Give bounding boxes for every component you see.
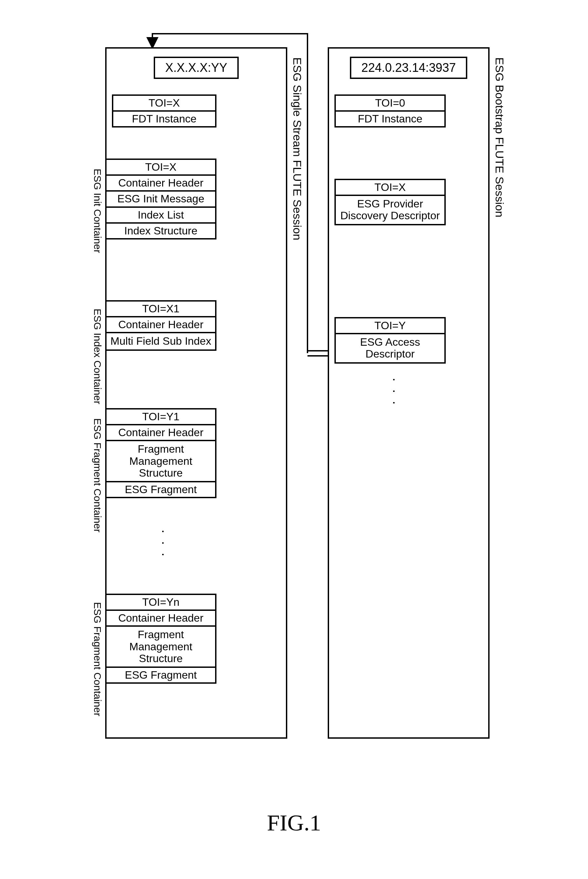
frag1-toi: TOI=Y1	[106, 409, 215, 425]
init-r2: ESG Init Message	[106, 192, 215, 207]
right-fdt-toi: TOI=0	[336, 96, 444, 112]
right-pd-toi: TOI=X	[336, 180, 444, 196]
right-fdt-block: TOI=0 FDT Instance	[334, 95, 446, 128]
left-fdt-toi: TOI=X	[113, 96, 215, 112]
init-toi: TOI=X	[106, 160, 215, 176]
right-ellipsis: . . .	[390, 378, 405, 407]
left-session-label: ESG Single Stream FLUTE Session	[291, 57, 304, 240]
init-container-label: ESG Init Container	[92, 169, 103, 253]
index-toi: TOI=X1	[106, 302, 215, 317]
frag1-container-label: ESG Fragment Container	[92, 418, 103, 532]
index-r1: Container Header	[106, 317, 215, 333]
diagram-stage: X.X.X.X:YY 224.0.23.14:3937 ESG Single S…	[58, 14, 530, 789]
right-session-box: 224.0.23.14:3937	[328, 47, 489, 739]
right-fdt-body: FDT Instance	[336, 112, 444, 126]
fragn-r1: Container Header	[106, 611, 215, 627]
init-r1: Container Header	[106, 176, 215, 192]
init-r4: Index Structure	[106, 224, 215, 238]
left-address-box: X.X.X.X:YY	[154, 57, 239, 79]
frag1-container-block: TOI=Y1 Container Header Fragment Managem…	[105, 408, 216, 498]
left-fdt-body: FDT Instance	[113, 112, 215, 126]
frag1-r2: Fragment Management Structure	[106, 441, 215, 482]
right-address-box: 224.0.23.14:3937	[350, 57, 467, 79]
right-ad-body: ESG Access Descriptor	[336, 334, 444, 362]
left-ellipsis: . . .	[159, 530, 174, 559]
fragn-container-label: ESG Fragment Container	[92, 602, 103, 716]
right-session-label: ESG Bootstrap FLUTE Session	[493, 57, 506, 217]
left-fdt-block: TOI=X FDT Instance	[112, 95, 216, 128]
right-pd-block: TOI=X ESG Provider Discovery Descriptor	[334, 179, 446, 225]
index-r2: Multi Field Sub Index	[106, 333, 215, 349]
fragn-r2: Fragment Management Structure	[106, 627, 215, 668]
right-ad-toi: TOI=Y	[336, 319, 444, 334]
frag1-r1: Container Header	[106, 425, 215, 441]
frag1-r3: ESG Fragment	[106, 482, 215, 497]
index-container-label: ESG Index Container	[92, 309, 103, 404]
fragn-r3: ESG Fragment	[106, 668, 215, 682]
right-pd-body: ESG Provider Discovery Descriptor	[336, 196, 444, 224]
fragn-toi: TOI=Yn	[106, 595, 215, 611]
right-ad-block: TOI=Y ESG Access Descriptor	[334, 317, 446, 364]
figure-caption: FIG.1	[267, 810, 321, 836]
fragn-container-block: TOI=Yn Container Header Fragment Managem…	[105, 594, 216, 684]
init-r3: Index List	[106, 208, 215, 224]
index-container-block: TOI=X1 Container Header Multi Field Sub …	[105, 300, 216, 351]
init-container-block: TOI=X Container Header ESG Init Message …	[105, 159, 216, 239]
